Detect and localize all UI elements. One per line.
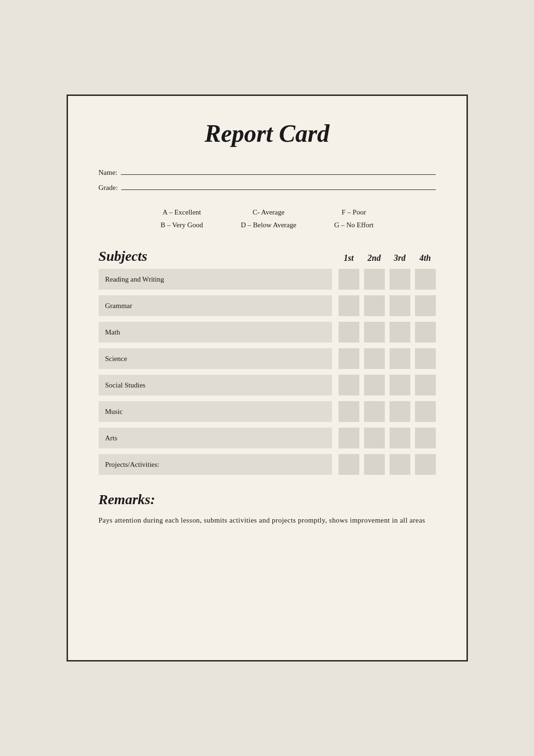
legend-item-a: A – Excellent (161, 206, 203, 219)
subject-row: Science (99, 348, 436, 369)
name-label: Name: (99, 169, 118, 177)
quarter-1st: 1st (339, 253, 359, 263)
subject-row: Social Studies (99, 375, 436, 395)
grade-box-2-q3[interactable] (390, 322, 410, 343)
grade-box-6-q3[interactable] (390, 428, 410, 448)
legend-item-f: F – Poor (334, 206, 373, 219)
name-row: Name: (99, 166, 436, 177)
subject-name-6: Arts (99, 428, 332, 448)
subject-name-7: Projects/Activities: (99, 454, 332, 475)
legend-col2: C- Average D – Below Average (241, 206, 297, 232)
subject-row: Projects/Activities: (99, 454, 436, 475)
grade-line[interactable] (121, 181, 435, 190)
grade-box-7-q1[interactable] (339, 454, 359, 475)
subject-row: Reading and Writing (99, 269, 436, 290)
name-line[interactable] (121, 166, 435, 175)
subject-name-2: Math (99, 322, 332, 343)
grade-boxes-2 (339, 322, 436, 343)
grade-boxes-5 (339, 401, 436, 422)
remarks-title: Remarks: (99, 491, 436, 507)
legend-col1: A – Excellent B – Very Good (161, 206, 203, 232)
grade-row: Grade: (99, 181, 436, 192)
subject-name-4: Social Studies (99, 375, 332, 395)
grade-box-4-q2[interactable] (364, 375, 385, 395)
subject-row: Arts (99, 428, 436, 448)
legend-col3: F – Poor G – No Effort (334, 206, 373, 232)
subject-name-0: Reading and Writing (99, 269, 332, 290)
grade-box-5-q4[interactable] (415, 401, 436, 422)
legend-item-b: B – Very Good (161, 219, 203, 232)
grade-box-6-q1[interactable] (339, 428, 359, 448)
name-grade-section: Name: Grade: (99, 166, 436, 192)
quarter-headers: 1st 2nd 3rd 4th (339, 253, 436, 263)
subject-row: Music (99, 401, 436, 422)
grade-box-3-q3[interactable] (390, 348, 410, 369)
quarter-3rd: 3rd (390, 253, 410, 263)
grade-box-5-q3[interactable] (390, 401, 410, 422)
grade-box-4-q4[interactable] (415, 375, 436, 395)
legend-item-c: C- Average (241, 206, 297, 219)
grade-box-1-q3[interactable] (390, 295, 410, 316)
grade-box-0-q3[interactable] (390, 269, 410, 290)
grade-boxes-7 (339, 454, 436, 475)
grade-boxes-3 (339, 348, 436, 369)
grade-box-1-q4[interactable] (415, 295, 436, 316)
subjects-list: Reading and WritingGrammarMathScienceSoc… (99, 269, 436, 475)
grade-box-2-q1[interactable] (339, 322, 359, 343)
grade-box-1-q1[interactable] (339, 295, 359, 316)
grade-box-3-q2[interactable] (364, 348, 385, 369)
grade-box-6-q2[interactable] (364, 428, 385, 448)
grade-box-3-q4[interactable] (415, 348, 436, 369)
page-title: Report Card (99, 120, 436, 147)
legend-section: A – Excellent B – Very Good C- Average D… (99, 206, 436, 232)
subject-row: Math (99, 322, 436, 343)
grade-box-2-q2[interactable] (364, 322, 385, 343)
subjects-header: Subjects 1st 2nd 3rd 4th (99, 248, 436, 264)
quarter-2nd: 2nd (364, 253, 385, 263)
grade-box-1-q2[interactable] (364, 295, 385, 316)
grade-box-3-q1[interactable] (339, 348, 359, 369)
subject-name-5: Music (99, 401, 332, 422)
grade-box-0-q2[interactable] (364, 269, 385, 290)
subjects-title: Subjects (99, 248, 339, 264)
grade-box-7-q3[interactable] (390, 454, 410, 475)
grade-box-2-q4[interactable] (415, 322, 436, 343)
quarter-4th: 4th (415, 253, 436, 263)
grade-box-4-q3[interactable] (390, 375, 410, 395)
grade-box-0-q4[interactable] (415, 269, 436, 290)
grade-box-7-q4[interactable] (415, 454, 436, 475)
grade-box-7-q2[interactable] (364, 454, 385, 475)
subject-name-3: Science (99, 348, 332, 369)
subject-row: Grammar (99, 295, 436, 316)
grade-box-5-q2[interactable] (364, 401, 385, 422)
grade-boxes-1 (339, 295, 436, 316)
remarks-section: Remarks: Pays attention during each less… (99, 491, 436, 527)
grade-box-0-q1[interactable] (339, 269, 359, 290)
subject-name-1: Grammar (99, 295, 332, 316)
grade-box-4-q1[interactable] (339, 375, 359, 395)
remarks-text: Pays attention during each lesson, submi… (99, 514, 436, 527)
grade-boxes-6 (339, 428, 436, 448)
grade-boxes-4 (339, 375, 436, 395)
legend-item-g: G – No Effort (334, 219, 373, 232)
legend-item-d: D – Below Average (241, 219, 297, 232)
report-card-page: Report Card Name: Grade: A – Excellent B… (67, 94, 468, 662)
grade-box-5-q1[interactable] (339, 401, 359, 422)
grade-box-6-q4[interactable] (415, 428, 436, 448)
grade-label: Grade: (99, 184, 118, 192)
grade-boxes-0 (339, 269, 436, 290)
